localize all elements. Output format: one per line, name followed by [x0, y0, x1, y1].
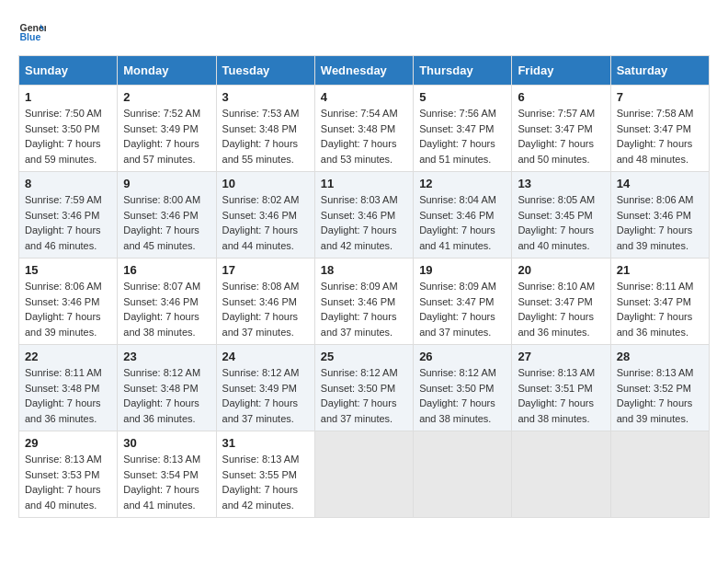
cell-info: Sunrise: 8:00 AMSunset: 3:46 PMDaylight:…	[123, 194, 200, 251]
calendar-cell: 21 Sunrise: 8:11 AMSunset: 3:47 PMDaylig…	[610, 259, 709, 345]
page-header: General Blue	[18, 18, 710, 46]
cell-info: Sunrise: 8:12 AMSunset: 3:49 PMDaylight:…	[222, 367, 300, 424]
calendar-cell: 12 Sunrise: 8:04 AMSunset: 3:46 PMDaylig…	[414, 172, 512, 259]
day-number: 17	[222, 263, 309, 277]
calendar-cell: 2 Sunrise: 7:52 AMSunset: 3:49 PMDayligh…	[118, 86, 216, 172]
calendar-cell: 22 Sunrise: 8:11 AMSunset: 3:48 PMDaylig…	[19, 345, 118, 431]
cell-info: Sunrise: 8:12 AMSunset: 3:50 PMDaylight:…	[321, 367, 398, 424]
day-number: 29	[25, 436, 111, 450]
calendar-cell	[610, 431, 709, 518]
calendar-cell: 3 Sunrise: 7:53 AMSunset: 3:48 PMDayligh…	[216, 86, 314, 172]
calendar-cell: 1 Sunrise: 7:50 AMSunset: 3:50 PMDayligh…	[19, 86, 118, 172]
svg-text:Blue: Blue	[20, 31, 41, 42]
day-number: 19	[419, 263, 506, 277]
calendar-cell: 8 Sunrise: 7:59 AMSunset: 3:46 PMDayligh…	[19, 172, 118, 259]
calendar-cell: 4 Sunrise: 7:54 AMSunset: 3:48 PMDayligh…	[314, 86, 413, 172]
calendar-week-5: 29 Sunrise: 8:13 AMSunset: 3:53 PMDaylig…	[19, 431, 710, 518]
day-number: 10	[222, 177, 309, 190]
calendar-cell: 14 Sunrise: 8:06 AMSunset: 3:46 PMDaylig…	[610, 172, 709, 259]
day-number: 13	[518, 177, 604, 190]
calendar-header-row: SundayMondayTuesdayWednesdayThursdayFrid…	[19, 56, 710, 86]
day-number: 30	[123, 436, 210, 450]
cell-info: Sunrise: 8:13 AMSunset: 3:53 PMDaylight:…	[25, 454, 102, 511]
day-number: 7	[617, 90, 703, 104]
day-number: 24	[222, 350, 309, 363]
calendar-cell: 29 Sunrise: 8:13 AMSunset: 3:53 PMDaylig…	[19, 431, 118, 518]
day-number: 8	[25, 177, 111, 190]
logo-icon: General Blue	[18, 18, 46, 46]
calendar-cell: 18 Sunrise: 8:09 AMSunset: 3:46 PMDaylig…	[314, 259, 413, 345]
day-number: 20	[518, 263, 604, 277]
cell-info: Sunrise: 8:06 AMSunset: 3:46 PMDaylight:…	[617, 194, 694, 251]
cell-info: Sunrise: 7:52 AMSunset: 3:49 PMDaylight:…	[123, 108, 200, 165]
calendar-cell: 6 Sunrise: 7:57 AMSunset: 3:47 PMDayligh…	[512, 86, 610, 172]
day-number: 2	[123, 90, 210, 104]
calendar-cell: 25 Sunrise: 8:12 AMSunset: 3:50 PMDaylig…	[314, 345, 413, 431]
calendar-header-thursday: Thursday	[414, 56, 512, 86]
day-number: 25	[321, 350, 407, 363]
cell-info: Sunrise: 7:54 AMSunset: 3:48 PMDaylight:…	[321, 108, 398, 165]
calendar-table: SundayMondayTuesdayWednesdayThursdayFrid…	[18, 55, 710, 518]
cell-info: Sunrise: 8:11 AMSunset: 3:48 PMDaylight:…	[25, 367, 102, 424]
cell-info: Sunrise: 8:13 AMSunset: 3:51 PMDaylight:…	[518, 367, 595, 424]
day-number: 1	[25, 90, 111, 104]
calendar-cell: 15 Sunrise: 8:06 AMSunset: 3:46 PMDaylig…	[19, 259, 118, 345]
cell-info: Sunrise: 7:58 AMSunset: 3:47 PMDaylight:…	[617, 108, 694, 165]
cell-info: Sunrise: 8:08 AMSunset: 3:46 PMDaylight:…	[222, 281, 300, 338]
calendar-week-4: 22 Sunrise: 8:11 AMSunset: 3:48 PMDaylig…	[19, 345, 710, 431]
day-number: 11	[321, 177, 407, 190]
cell-info: Sunrise: 8:12 AMSunset: 3:50 PMDaylight:…	[419, 367, 496, 424]
calendar-cell: 30 Sunrise: 8:13 AMSunset: 3:54 PMDaylig…	[118, 431, 216, 518]
calendar-cell: 17 Sunrise: 8:08 AMSunset: 3:46 PMDaylig…	[216, 259, 314, 345]
calendar-header-tuesday: Tuesday	[216, 56, 314, 86]
cell-info: Sunrise: 7:50 AMSunset: 3:50 PMDaylight:…	[25, 108, 102, 165]
cell-info: Sunrise: 7:57 AMSunset: 3:47 PMDaylight:…	[518, 108, 595, 165]
cell-info: Sunrise: 8:07 AMSunset: 3:46 PMDaylight:…	[123, 281, 200, 338]
day-number: 16	[123, 263, 210, 277]
cell-info: Sunrise: 7:59 AMSunset: 3:46 PMDaylight:…	[25, 194, 102, 251]
cell-info: Sunrise: 7:53 AMSunset: 3:48 PMDaylight:…	[222, 108, 300, 165]
day-number: 28	[617, 350, 703, 363]
cell-info: Sunrise: 8:05 AMSunset: 3:45 PMDaylight:…	[518, 194, 595, 251]
cell-info: Sunrise: 8:13 AMSunset: 3:54 PMDaylight:…	[123, 454, 200, 511]
calendar-cell: 28 Sunrise: 8:13 AMSunset: 3:52 PMDaylig…	[610, 345, 709, 431]
calendar-header-wednesday: Wednesday	[314, 56, 413, 86]
day-number: 9	[123, 177, 210, 190]
cell-info: Sunrise: 7:56 AMSunset: 3:47 PMDaylight:…	[419, 108, 496, 165]
calendar-week-1: 1 Sunrise: 7:50 AMSunset: 3:50 PMDayligh…	[19, 86, 710, 172]
calendar-cell: 7 Sunrise: 7:58 AMSunset: 3:47 PMDayligh…	[610, 86, 709, 172]
calendar-week-3: 15 Sunrise: 8:06 AMSunset: 3:46 PMDaylig…	[19, 259, 710, 345]
calendar-cell	[512, 431, 610, 518]
day-number: 26	[419, 350, 506, 363]
cell-info: Sunrise: 8:12 AMSunset: 3:48 PMDaylight:…	[123, 367, 200, 424]
day-number: 27	[518, 350, 604, 363]
cell-info: Sunrise: 8:03 AMSunset: 3:46 PMDaylight:…	[321, 194, 398, 251]
cell-info: Sunrise: 8:13 AMSunset: 3:55 PMDaylight:…	[222, 454, 300, 511]
calendar-cell: 16 Sunrise: 8:07 AMSunset: 3:46 PMDaylig…	[118, 259, 216, 345]
day-number: 14	[617, 177, 703, 190]
calendar-cell: 27 Sunrise: 8:13 AMSunset: 3:51 PMDaylig…	[512, 345, 610, 431]
cell-info: Sunrise: 8:13 AMSunset: 3:52 PMDaylight:…	[617, 367, 694, 424]
calendar-cell	[314, 431, 413, 518]
cell-info: Sunrise: 8:02 AMSunset: 3:46 PMDaylight:…	[222, 194, 300, 251]
cell-info: Sunrise: 8:09 AMSunset: 3:47 PMDaylight:…	[419, 281, 496, 338]
day-number: 5	[419, 90, 506, 104]
day-number: 15	[25, 263, 111, 277]
calendar-header-sunday: Sunday	[19, 56, 118, 86]
calendar-cell: 10 Sunrise: 8:02 AMSunset: 3:46 PMDaylig…	[216, 172, 314, 259]
calendar-cell: 11 Sunrise: 8:03 AMSunset: 3:46 PMDaylig…	[314, 172, 413, 259]
calendar-week-2: 8 Sunrise: 7:59 AMSunset: 3:46 PMDayligh…	[19, 172, 710, 259]
calendar-cell: 20 Sunrise: 8:10 AMSunset: 3:47 PMDaylig…	[512, 259, 610, 345]
calendar-cell: 13 Sunrise: 8:05 AMSunset: 3:45 PMDaylig…	[512, 172, 610, 259]
cell-info: Sunrise: 8:10 AMSunset: 3:47 PMDaylight:…	[518, 281, 595, 338]
calendar-cell: 23 Sunrise: 8:12 AMSunset: 3:48 PMDaylig…	[118, 345, 216, 431]
day-number: 23	[123, 350, 210, 363]
cell-info: Sunrise: 8:09 AMSunset: 3:46 PMDaylight:…	[321, 281, 398, 338]
calendar-body: 1 Sunrise: 7:50 AMSunset: 3:50 PMDayligh…	[19, 86, 710, 518]
calendar-cell: 5 Sunrise: 7:56 AMSunset: 3:47 PMDayligh…	[414, 86, 512, 172]
calendar-cell: 9 Sunrise: 8:00 AMSunset: 3:46 PMDayligh…	[118, 172, 216, 259]
calendar-cell: 19 Sunrise: 8:09 AMSunset: 3:47 PMDaylig…	[414, 259, 512, 345]
calendar-cell: 31 Sunrise: 8:13 AMSunset: 3:55 PMDaylig…	[216, 431, 314, 518]
calendar-header-monday: Monday	[118, 56, 216, 86]
day-number: 4	[321, 90, 407, 104]
